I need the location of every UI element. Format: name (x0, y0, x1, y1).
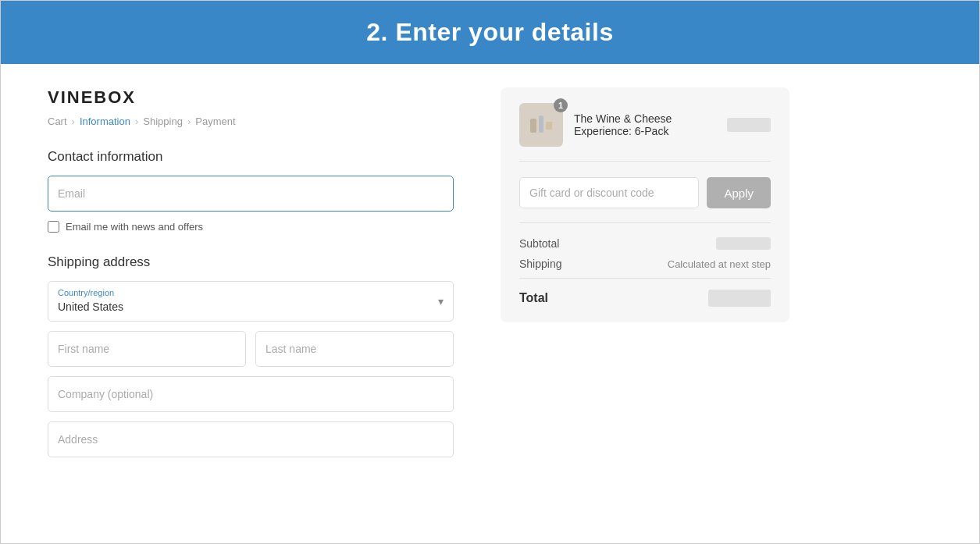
address-field[interactable] (48, 421, 454, 457)
svg-rect-2 (546, 122, 552, 130)
product-image-wrapper: 1 (519, 103, 563, 147)
product-row: 1 The Wine & Cheese Experience: 6-Pack (519, 103, 771, 162)
svg-rect-1 (539, 116, 543, 133)
apply-button[interactable]: Apply (707, 177, 771, 208)
product-price (727, 118, 771, 132)
address-row (48, 421, 454, 457)
newsletter-label: Email me with news and offers (66, 221, 203, 233)
product-name: The Wine & Cheese Experience: 6-Pack (574, 112, 716, 137)
email-field[interactable] (48, 176, 454, 212)
first-name-field[interactable] (48, 331, 246, 367)
left-column: VINEBOX Cart › Information › Shipping › … (48, 87, 454, 467)
subtotal-value (716, 237, 771, 250)
discount-code-input[interactable] (519, 177, 699, 208)
breadcrumb-sep-2: › (135, 116, 138, 127)
page-title: 2. Enter your details (1, 18, 979, 47)
contact-section-title: Contact information (48, 149, 454, 165)
company-row (48, 376, 454, 412)
newsletter-checkbox[interactable] (48, 221, 59, 233)
shipping-label: Shipping (519, 258, 562, 270)
breadcrumb-cart[interactable]: Cart (48, 116, 67, 127)
breadcrumb-sep-3: › (187, 116, 191, 127)
subtotal-label: Subtotal (519, 237, 559, 250)
total-row: Total (519, 290, 771, 307)
shipping-row: Shipping Calculated at next step (519, 258, 771, 270)
breadcrumb: Cart › Information › Shipping › Payment (48, 116, 454, 127)
discount-row: Apply (519, 177, 771, 223)
order-summary-panel: 1 The Wine & Cheese Experience: 6-Pack A… (501, 87, 789, 322)
total-label: Total (519, 291, 548, 305)
country-select[interactable]: United States Canada United Kingdom (48, 297, 453, 321)
newsletter-row: Email me with news and offers (48, 221, 454, 233)
shipping-value: Calculated at next step (668, 258, 771, 270)
page-header: 2. Enter your details (1, 1, 979, 64)
company-field[interactable] (48, 376, 454, 412)
country-select-wrapper: Country/region United States Canada Unit… (48, 281, 454, 322)
product-quantity-badge: 1 (554, 98, 568, 112)
summary-divider (519, 278, 771, 279)
last-name-field[interactable] (255, 331, 454, 367)
shipping-section: Shipping address Country/region United S… (48, 254, 454, 457)
country-label: Country/region (48, 282, 453, 297)
breadcrumb-payment[interactable]: Payment (195, 116, 235, 127)
name-row (48, 331, 454, 367)
shipping-section-title: Shipping address (48, 254, 454, 270)
subtotal-row: Subtotal (519, 237, 771, 250)
brand-name: VINEBOX (48, 87, 454, 108)
total-value (708, 290, 771, 307)
breadcrumb-sep-1: › (72, 116, 75, 127)
breadcrumb-shipping[interactable]: Shipping (143, 116, 183, 127)
svg-rect-0 (530, 119, 536, 133)
breadcrumb-information[interactable]: Information (80, 116, 130, 127)
